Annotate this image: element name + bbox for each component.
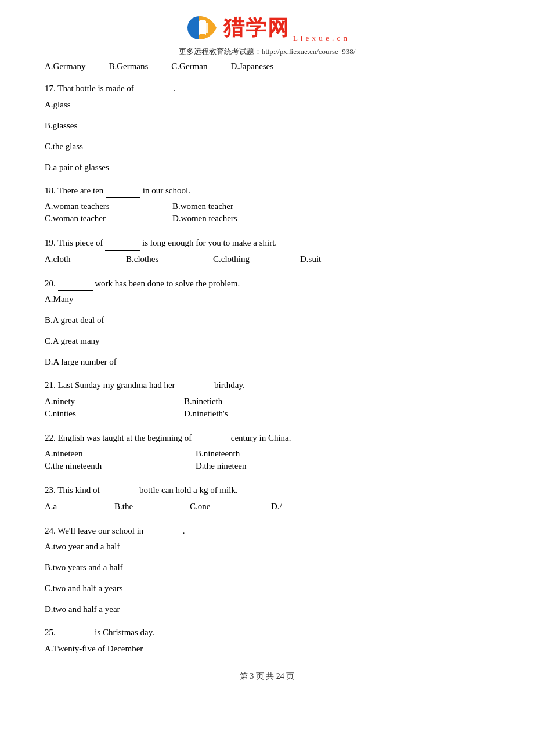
blank — [58, 276, 93, 291]
logo-icon — [186, 10, 221, 45]
blank — [58, 625, 93, 640]
list-item: D.Japaneses — [230, 62, 273, 71]
blank — [194, 430, 229, 446]
question-23: 23. This kind of bottle can hold a kg of… — [45, 483, 489, 513]
list-item: A.woman teachers — [45, 201, 149, 211]
question-20: 20. work has been done to solve the prob… — [45, 276, 489, 368]
question-24: 24. We'll leave our school in . A.two ye… — [45, 523, 489, 615]
options-row2: A.nineteen B.nineteenth C.the nineteenth… — [45, 449, 489, 472]
question-18: 18. There are ten in our school. A.woman… — [45, 183, 489, 225]
blank — [102, 483, 137, 498]
blank — [136, 81, 171, 96]
options-col: A.glass B.glasses C.the glass D.a pair o… — [45, 100, 489, 172]
list-item: C.German — [171, 62, 207, 71]
list-item: B.Germans — [109, 62, 148, 71]
list-item: A.a — [45, 502, 91, 512]
list-item: A.cloth — [45, 254, 103, 264]
question-text: 21. Last Sunday my grandma had her birth… — [45, 377, 489, 393]
question-text: 19. This piece of is long enough for you… — [45, 235, 489, 251]
logo-pinyin: L i e x u e . c n — [293, 34, 348, 43]
list-item: D.two and half a year — [45, 604, 489, 614]
list-item: B.A great deal of — [45, 315, 489, 325]
list-item: B.glasses — [45, 121, 489, 131]
options-col: A.two year and a half B.two years and a … — [45, 542, 489, 614]
question-text: 20. work has been done to solve the prob… — [45, 276, 489, 291]
options-row4: A.cloth B.clothes C.clothing D.suit — [45, 254, 489, 265]
list-item: A.nineteen — [45, 449, 172, 459]
content-area: A.Germany B.Germans C.German D.Japaneses… — [0, 62, 534, 654]
options-col: A.Twenty-five of December — [45, 644, 489, 654]
page-footer: 第 3 页 共 24 页 — [0, 671, 534, 682]
list-item: D.ninetieth's — [184, 409, 228, 419]
list-item: A.Germany — [45, 62, 85, 71]
question-21: 21. Last Sunday my grandma had her birth… — [45, 377, 489, 420]
question-19: 19. This piece of is long enough for you… — [45, 235, 489, 265]
logo-area: 猎学网 L i e x u e . c n — [0, 10, 534, 45]
q16-options-row: A.Germany B.Germans C.German D.Japaneses — [45, 62, 489, 73]
list-item: C.one — [190, 502, 248, 512]
list-item: A.two year and a half — [45, 542, 489, 552]
question-text: 23. This kind of bottle can hold a kg of… — [45, 483, 489, 498]
question-text: 17. That bottle is made of . — [45, 81, 489, 96]
question-text: 22. English was taught at the beginning … — [45, 430, 489, 446]
list-item: B.the — [114, 502, 167, 512]
list-item: B.clothes — [126, 254, 190, 264]
page-number: 第 3 页 共 24 页 — [240, 672, 295, 681]
list-item: A.glass — [45, 100, 489, 110]
page-header: 猎学网 L i e x u e . c n 更多远程教育统考试题：http://… — [0, 0, 534, 62]
list-item: B.ninetieth — [184, 397, 222, 406]
list-item: D.the nineteen — [196, 461, 246, 471]
list-item: A.Many — [45, 294, 489, 304]
list-item: C.clothing — [213, 254, 277, 264]
list-item: A.ninety — [45, 397, 161, 406]
question-25: 25. is Christmas day. A.Twenty-five of D… — [45, 625, 489, 654]
list-item: C.the glass — [45, 142, 489, 152]
question-22: 22. English was taught at the beginning … — [45, 430, 489, 473]
options-row4: A.a B.the C.one D./ — [45, 502, 489, 513]
options-col: A.Many B.A great deal of C.A great many … — [45, 294, 489, 367]
list-item: C.the nineteenth — [45, 461, 172, 471]
list-item: B.women teacher — [172, 201, 233, 211]
list-item: D.suit — [300, 254, 321, 264]
list-item: C.A great many — [45, 336, 489, 346]
list-item: C.ninties — [45, 409, 161, 419]
blank — [105, 235, 140, 251]
options-row2: A.woman teachers B.women teacher C.woman… — [45, 201, 489, 225]
blank — [106, 183, 140, 199]
list-item: D.A large number of — [45, 357, 489, 367]
list-item: C.two and half a years — [45, 584, 489, 593]
options-row2: A.ninety B.ninetieth C.ninties D.ninetie… — [45, 397, 489, 420]
header-subtitle: 更多远程教育统考试题：http://px.liexue.cn/course_93… — [0, 46, 534, 57]
list-item: D.a pair of glasses — [45, 163, 489, 172]
list-item: C.woman teacher — [45, 214, 149, 224]
blank — [146, 523, 181, 539]
list-item: B.nineteenth — [196, 449, 240, 459]
blank — [177, 377, 212, 393]
question-text: 18. There are ten in our school. — [45, 183, 489, 199]
logo-chinese: 猎学网 — [223, 14, 290, 42]
list-item: D./ — [271, 502, 282, 512]
question-text: 24. We'll leave our school in . — [45, 523, 489, 539]
question-text: 25. is Christmas day. — [45, 625, 489, 640]
question-17: 17. That bottle is made of . A.glass B.g… — [45, 81, 489, 172]
list-item: A.Twenty-five of December — [45, 644, 489, 654]
list-item: D.women teachers — [172, 214, 237, 224]
list-item: B.two years and a half — [45, 563, 489, 573]
